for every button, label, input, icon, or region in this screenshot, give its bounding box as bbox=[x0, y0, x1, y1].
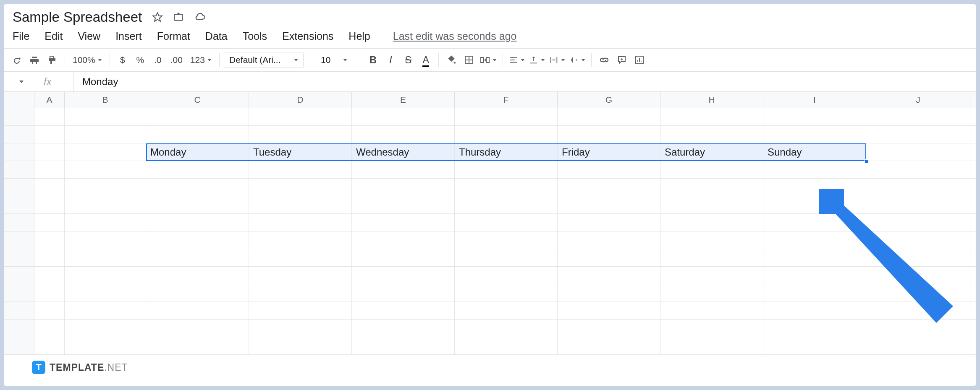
cell[interactable] bbox=[34, 179, 65, 196]
horizontal-align-button[interactable] bbox=[507, 52, 527, 68]
cell[interactable] bbox=[249, 302, 352, 319]
cell[interactable] bbox=[866, 214, 970, 231]
cell[interactable] bbox=[866, 179, 970, 196]
row-header[interactable] bbox=[4, 214, 34, 231]
cell-f3[interactable]: Thursday bbox=[455, 143, 558, 161]
cell-c3[interactable]: Monday bbox=[146, 143, 249, 161]
cell[interactable] bbox=[660, 126, 763, 143]
cell[interactable] bbox=[763, 320, 866, 337]
cell[interactable] bbox=[660, 249, 763, 266]
increase-decimal-button[interactable]: .00 bbox=[167, 52, 186, 68]
insert-comment-button[interactable] bbox=[613, 52, 630, 68]
cell[interactable] bbox=[34, 143, 65, 161]
cell[interactable] bbox=[455, 179, 558, 196]
cell[interactable] bbox=[660, 179, 763, 196]
vertical-align-button[interactable] bbox=[527, 52, 547, 68]
cell[interactable] bbox=[146, 214, 249, 231]
cell[interactable] bbox=[65, 143, 146, 161]
last-edit-link[interactable]: Last edit was seconds ago bbox=[393, 30, 517, 42]
cell[interactable] bbox=[866, 143, 970, 161]
cell[interactable] bbox=[65, 267, 146, 284]
cell[interactable] bbox=[866, 320, 970, 337]
col-header-f[interactable]: F bbox=[455, 92, 558, 108]
cell[interactable] bbox=[34, 249, 65, 266]
cell[interactable] bbox=[146, 196, 249, 213]
cell[interactable] bbox=[763, 267, 866, 284]
cell[interactable] bbox=[65, 108, 146, 125]
cell[interactable] bbox=[146, 108, 249, 125]
menu-extensions[interactable]: Extensions bbox=[282, 30, 333, 42]
cell[interactable] bbox=[866, 284, 970, 302]
cell[interactable] bbox=[660, 337, 763, 354]
col-header-i[interactable]: I bbox=[763, 92, 866, 108]
decrease-decimal-button[interactable]: .0 bbox=[149, 52, 166, 68]
cell[interactable] bbox=[352, 214, 455, 231]
cell[interactable] bbox=[763, 214, 866, 231]
cell[interactable] bbox=[660, 108, 763, 125]
cell[interactable] bbox=[352, 179, 455, 196]
row-header[interactable] bbox=[4, 320, 34, 337]
text-color-button[interactable]: A bbox=[417, 52, 434, 68]
cell[interactable] bbox=[455, 337, 558, 354]
cell[interactable] bbox=[455, 320, 558, 337]
col-header-b[interactable]: B bbox=[65, 92, 146, 108]
col-header-g[interactable]: G bbox=[558, 92, 660, 108]
cell[interactable] bbox=[455, 267, 558, 284]
menu-data[interactable]: Data bbox=[205, 30, 228, 42]
select-all-corner[interactable] bbox=[4, 92, 34, 108]
cell[interactable] bbox=[558, 267, 660, 284]
cell[interactable] bbox=[249, 267, 352, 284]
cell[interactable] bbox=[558, 126, 660, 143]
zoom-select[interactable]: 100% bbox=[69, 52, 105, 68]
menu-help[interactable]: Help bbox=[349, 30, 370, 42]
cell[interactable] bbox=[352, 320, 455, 337]
cell[interactable] bbox=[34, 231, 65, 249]
cell[interactable] bbox=[660, 320, 763, 337]
cell[interactable] bbox=[65, 214, 146, 231]
cell[interactable] bbox=[249, 108, 352, 125]
cell[interactable] bbox=[146, 320, 249, 337]
cell[interactable] bbox=[558, 249, 660, 266]
col-header-c[interactable]: C bbox=[146, 92, 249, 108]
strikethrough-button[interactable]: S bbox=[400, 52, 417, 68]
cell[interactable] bbox=[65, 196, 146, 213]
cell[interactable] bbox=[249, 161, 352, 178]
row-header[interactable] bbox=[4, 267, 34, 284]
cell-e3[interactable]: Wednesday bbox=[352, 143, 455, 161]
cell-d3[interactable]: Tuesday bbox=[249, 143, 352, 161]
cell[interactable] bbox=[146, 302, 249, 319]
paint-format-button[interactable] bbox=[44, 52, 60, 68]
col-header-h[interactable]: H bbox=[660, 92, 763, 108]
row-header[interactable] bbox=[4, 337, 34, 354]
cell[interactable] bbox=[763, 284, 866, 302]
insert-chart-button[interactable] bbox=[631, 52, 648, 68]
menu-insert[interactable]: Insert bbox=[115, 30, 142, 42]
cell[interactable] bbox=[65, 126, 146, 143]
selection-handle[interactable] bbox=[865, 159, 869, 164]
name-box[interactable] bbox=[4, 72, 36, 91]
col-header-d[interactable]: D bbox=[249, 92, 352, 108]
cell[interactable] bbox=[146, 249, 249, 266]
cell[interactable] bbox=[763, 179, 866, 196]
cell[interactable] bbox=[866, 302, 970, 319]
row-header[interactable] bbox=[4, 126, 34, 143]
cell[interactable] bbox=[763, 337, 866, 354]
cell[interactable] bbox=[352, 161, 455, 178]
cell[interactable] bbox=[866, 196, 970, 213]
col-header-a[interactable]: A bbox=[34, 92, 65, 108]
cell[interactable] bbox=[65, 320, 146, 337]
insert-link-button[interactable] bbox=[596, 52, 613, 68]
cell[interactable] bbox=[660, 302, 763, 319]
cell[interactable] bbox=[34, 320, 65, 337]
formula-input[interactable]: Monday bbox=[74, 76, 126, 88]
bold-button[interactable]: B bbox=[364, 52, 381, 68]
cell[interactable] bbox=[352, 196, 455, 213]
cell[interactable] bbox=[558, 196, 660, 213]
cell[interactable] bbox=[660, 267, 763, 284]
row-header[interactable] bbox=[4, 143, 34, 161]
cloud-icon[interactable] bbox=[194, 11, 206, 23]
cell[interactable] bbox=[558, 320, 660, 337]
cell[interactable] bbox=[455, 196, 558, 213]
row-header[interactable] bbox=[4, 179, 34, 196]
cell[interactable] bbox=[34, 337, 65, 354]
